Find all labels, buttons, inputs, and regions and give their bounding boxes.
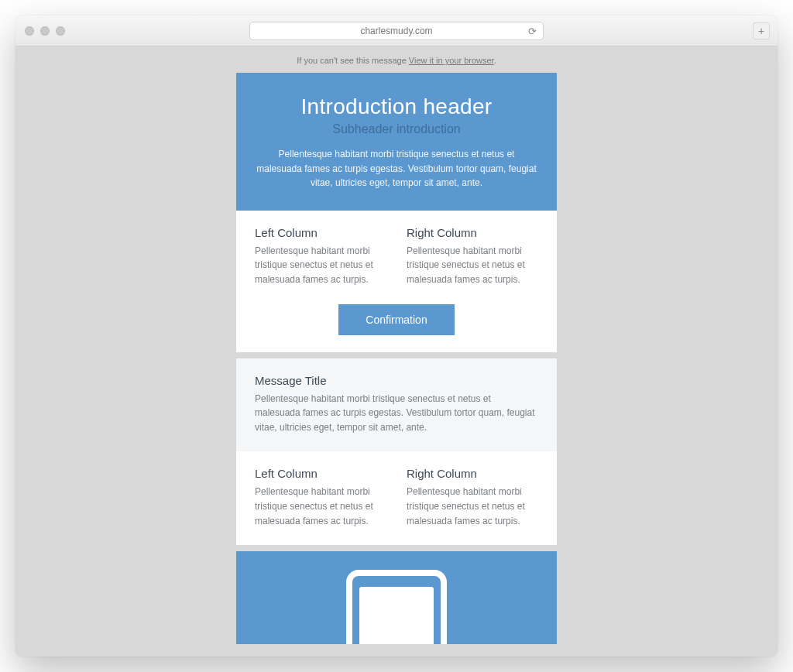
device-screen	[359, 587, 434, 644]
webview-hint-suffix: .	[494, 56, 496, 65]
left-column-1: Left Column Pellentesque habitant morbi …	[255, 226, 386, 287]
right-column-1-title: Right Column	[407, 226, 538, 239]
hero-subheader: Subheader introduction	[256, 122, 537, 136]
footer-hero	[236, 551, 557, 644]
hero-title: Introduction header	[256, 94, 537, 119]
titlebar: charlesmudy.com ⟳ +	[15, 15, 778, 46]
right-column-1-body: Pellentesque habitant morbi tristique se…	[407, 244, 538, 287]
columns-panel-2: Left Column Pellentesque habitant morbi …	[236, 451, 557, 545]
page-content: If you can't see this message View it in…	[15, 46, 778, 657]
device-icon	[346, 570, 447, 644]
left-column-1-title: Left Column	[255, 226, 386, 239]
window-controls	[25, 26, 65, 36]
columns-panel-1: Left Column Pellentesque habitant morbi …	[236, 211, 557, 352]
email-template: Introduction header Subheader introducti…	[236, 73, 557, 644]
hero-body: Pellentesque habitant morbi tristique se…	[256, 147, 537, 190]
browser-window: charlesmudy.com ⟳ + If you can't see thi…	[15, 15, 778, 657]
message-title: Message Title	[255, 374, 538, 387]
right-column-2-body: Pellentesque habitant morbi tristique se…	[407, 485, 538, 528]
message-panel: Message Title Pellentesque habitant morb…	[236, 358, 557, 452]
left-column-2: Left Column Pellentesque habitant morbi …	[255, 467, 386, 528]
address-text: charlesmudy.com	[360, 26, 432, 36]
confirmation-button[interactable]: Confirmation	[338, 304, 455, 335]
left-column-2-body: Pellentesque habitant morbi tristique se…	[255, 485, 386, 528]
message-body: Pellentesque habitant morbi tristique se…	[255, 392, 538, 435]
zoom-window-icon[interactable]	[56, 26, 65, 36]
section-gap	[236, 352, 557, 358]
webview-hint-prefix: If you can't see this message	[297, 56, 409, 65]
new-tab-button[interactable]: +	[753, 22, 770, 39]
webview-hint: If you can't see this message View it in…	[15, 46, 778, 73]
section-gap	[236, 545, 557, 551]
right-column-1: Right Column Pellentesque habitant morbi…	[407, 226, 538, 287]
left-column-2-title: Left Column	[255, 467, 386, 480]
close-window-icon[interactable]	[25, 26, 34, 36]
address-bar[interactable]: charlesmudy.com ⟳	[249, 22, 544, 40]
right-column-2-title: Right Column	[407, 467, 538, 480]
reload-icon[interactable]: ⟳	[528, 25, 537, 36]
hero-section: Introduction header Subheader introducti…	[236, 73, 557, 211]
right-column-2: Right Column Pellentesque habitant morbi…	[407, 467, 538, 528]
minimize-window-icon[interactable]	[40, 26, 50, 36]
left-column-1-body: Pellentesque habitant morbi tristique se…	[255, 244, 386, 287]
view-in-browser-link[interactable]: View it in your browser	[409, 56, 494, 65]
